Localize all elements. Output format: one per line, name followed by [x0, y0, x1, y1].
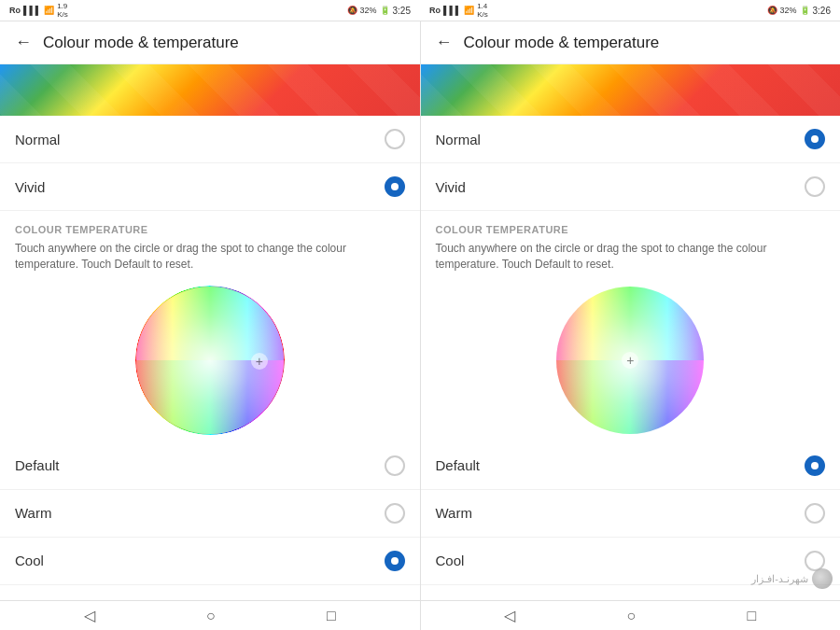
vivid-label-left: Vivid	[15, 179, 45, 195]
default-label-right: Default	[436, 457, 481, 473]
bottom-nav-row: ◁ ○ □ ◁ ○ □	[0, 600, 840, 630]
mute-icon-r: 🔕	[767, 6, 777, 15]
vivid-radio-right[interactable]	[805, 176, 825, 197]
back-button-right[interactable]: ←	[436, 33, 453, 52]
recent-nav-right[interactable]: □	[738, 602, 766, 630]
signal-icon: ▌▌▌	[23, 6, 41, 15]
color-wheel-left[interactable]: +	[0, 276, 420, 442]
recent-nav-left[interactable]: □	[317, 602, 345, 630]
time-right: 3:26	[813, 6, 831, 16]
default-label-left: Default	[15, 457, 60, 473]
page-title-left: Colour mode & temperature	[43, 34, 239, 52]
page-title-right: Colour mode & temperature	[464, 34, 660, 52]
temp-options-right: Default Warm Cool	[421, 442, 841, 585]
temp-section-right: COLOUR TEMPERATURE Touch anywhere on the…	[421, 211, 841, 276]
temp-desc-left: Touch anywhere on the circle or drag the…	[15, 241, 405, 273]
back-nav-left[interactable]: ◁	[75, 601, 105, 630]
carrier-icon-r: Ro	[429, 6, 441, 15]
normal-radio-right[interactable]	[805, 129, 825, 149]
header-right: ← Colour mode & temperature	[421, 21, 841, 64]
status-bar-right: Ro ▌▌▌ 📶 1.4K/s 🔕 32% 🔋 3:26	[420, 0, 840, 21]
watermark-logo	[812, 568, 833, 589]
warm-radio-right[interactable]	[805, 503, 825, 524]
default-radio-left[interactable]	[385, 455, 405, 476]
right-status-icons: Ro ▌▌▌ 📶 1.4K/s	[429, 2, 488, 19]
status-bar-left: Ro ▌▌▌ 📶 1.9K/s 🔕 32% 🔋 3:25	[0, 0, 420, 21]
temp-section-left: COLOUR TEMPERATURE Touch anywhere on the…	[0, 211, 420, 276]
watermark: شهرنـد-افـزار	[751, 568, 833, 589]
normal-option-left[interactable]: Normal	[0, 116, 420, 163]
back-button-left[interactable]: ←	[15, 33, 32, 52]
vivid-label-right: Vivid	[436, 179, 466, 195]
panel-left: ← Colour mode & temperature Normal Vivid…	[0, 21, 421, 600]
left-status-right: 🔕 32% 🔋 3:25	[347, 6, 411, 16]
warm-label-left: Warm	[15, 505, 51, 521]
normal-radio-left[interactable]	[385, 129, 405, 149]
main-panels: ← Colour mode & temperature Normal Vivid…	[0, 21, 840, 600]
warm-option-left[interactable]: Warm	[0, 490, 420, 538]
warm-label-right: Warm	[436, 505, 472, 521]
time-left: 3:25	[393, 6, 411, 16]
color-wheel-right[interactable]: +	[421, 276, 841, 442]
battery-icon-r: 🔋	[800, 6, 810, 15]
header-left: ← Colour mode & temperature	[0, 21, 420, 64]
color-preview-left	[0, 64, 420, 116]
color-preview-right	[421, 64, 841, 116]
default-option-left[interactable]: Default	[0, 442, 420, 490]
color-wheel-circle-right[interactable]: +	[555, 286, 705, 435]
mode-options-left: Normal Vivid	[0, 116, 420, 211]
normal-option-right[interactable]: Normal	[421, 116, 841, 163]
mode-options-right: Normal Vivid	[421, 116, 841, 211]
warm-option-right[interactable]: Warm	[421, 490, 841, 538]
cool-option-left[interactable]: Cool	[0, 538, 420, 585]
battery-text-r: 32%	[780, 6, 797, 15]
cool-label-right: Cool	[436, 553, 465, 568]
battery-icon: 🔋	[380, 6, 390, 15]
vivid-radio-left[interactable]	[385, 176, 405, 197]
color-wheel-circle-left[interactable]: +	[135, 286, 285, 435]
default-radio-right[interactable]	[805, 455, 825, 476]
left-status-icons: Ro ▌▌▌ 📶 1.9K/s	[9, 2, 68, 19]
carrier-icon: Ro	[9, 6, 21, 15]
watermark-text: شهرنـد-افـزار	[751, 573, 808, 585]
cool-radio-left[interactable]	[385, 551, 405, 571]
back-nav-right[interactable]: ◁	[495, 601, 525, 630]
temp-title-left: COLOUR TEMPERATURE	[15, 224, 405, 235]
right-status-right: 🔕 32% 🔋 3:26	[767, 6, 831, 16]
battery-text: 32%	[360, 6, 377, 15]
bottom-nav-left: ◁ ○ □	[0, 601, 420, 630]
wifi-icon-r: 📶	[464, 6, 474, 15]
color-wheel-cursor-right[interactable]: +	[622, 352, 638, 369]
signal-icon-r: ▌▌▌	[443, 6, 461, 15]
home-nav-left[interactable]: ○	[197, 602, 225, 630]
temp-title-right: COLOUR TEMPERATURE	[436, 224, 826, 235]
normal-label-left: Normal	[15, 132, 60, 147]
vivid-option-left[interactable]: Vivid	[0, 163, 420, 211]
wifi-icon: 📶	[44, 6, 54, 15]
color-wheel-cursor-left[interactable]: +	[251, 353, 268, 370]
temp-options-left: Default Warm Cool	[0, 442, 420, 585]
bottom-nav-right: ◁ ○ □	[421, 601, 841, 630]
default-option-right[interactable]: Default	[421, 442, 841, 490]
cool-label-left: Cool	[15, 553, 44, 568]
temp-desc-right: Touch anywhere on the circle or drag the…	[436, 241, 826, 273]
speed-indicator-r: 1.4K/s	[477, 2, 488, 19]
mute-icon: 🔕	[347, 6, 357, 15]
normal-label-right: Normal	[436, 132, 481, 147]
status-bar-row: Ro ▌▌▌ 📶 1.9K/s 🔕 32% 🔋 3:25 Ro ▌▌▌ 📶 1.…	[0, 0, 840, 21]
home-nav-right[interactable]: ○	[618, 602, 646, 630]
warm-radio-left[interactable]	[385, 503, 405, 524]
vivid-option-right[interactable]: Vivid	[421, 163, 841, 211]
speed-indicator: 1.9K/s	[57, 2, 68, 19]
panel-right: ← Colour mode & temperature Normal Vivid…	[421, 21, 841, 600]
